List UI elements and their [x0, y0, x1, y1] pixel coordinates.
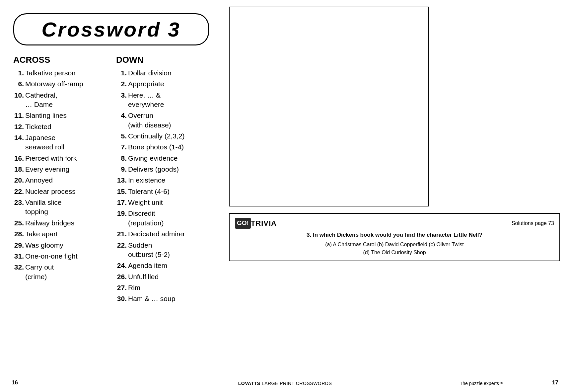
down-label: DOWN	[116, 55, 209, 65]
clue-text: Giving evidence	[128, 154, 209, 163]
clue-item: 4.Overrun(with disease)	[116, 111, 209, 130]
clue-item: 15.Tolerant (4-6)	[116, 187, 209, 196]
clue-text: Ham & … soup	[128, 294, 209, 303]
footer-publication: LARGE PRINT CROSSWORDS	[262, 381, 332, 386]
trivia-go-logo: GO!	[235, 218, 251, 229]
clue-item: 20.Annoyed	[13, 176, 106, 185]
clue-number: 11.	[13, 111, 24, 120]
down-column: DOWN 1.Dollar division2.Appropriate3.Her…	[116, 55, 209, 385]
across-label: ACROSS	[13, 55, 106, 65]
clue-item: 13.In existence	[116, 176, 209, 185]
clue-number: 2.	[116, 79, 127, 89]
page-number-left: 16	[12, 379, 18, 386]
clue-number: 12.	[13, 122, 24, 131]
crossword-title: Crossword 3	[21, 18, 201, 41]
clue-text: Annoyed	[25, 176, 106, 185]
clue-item: 32.Carry out(crime)	[13, 263, 106, 281]
page-number-right: 17	[552, 379, 558, 386]
clue-item: 31.One-on-one fight	[13, 252, 106, 261]
clue-number: 24.	[116, 261, 127, 270]
clue-text: Continually (2,3,2)	[128, 131, 209, 141]
clue-item: 29.Was gloomy	[13, 241, 106, 250]
clue-item: 2.Appropriate	[116, 79, 209, 89]
clue-item: 9.Delivers (goods)	[116, 165, 209, 174]
clue-number: 32.	[13, 263, 24, 281]
clue-number: 5.	[116, 131, 127, 141]
clue-number: 18.	[13, 165, 24, 174]
clue-number: 14.	[13, 133, 24, 152]
clue-number: 15.	[116, 187, 127, 196]
right-page: GO! TRIVIA Solutions page 73 3. In which…	[219, 0, 570, 392]
clue-number: 3.	[116, 91, 127, 110]
clue-number: 10.	[13, 91, 24, 110]
clue-number: 1.	[13, 68, 24, 78]
clue-item: 18.Every evening	[13, 165, 106, 174]
clue-text: Ticketed	[25, 122, 106, 131]
left-page: Crossword 3 ACROSS 1.Talkative person6.M…	[0, 0, 219, 392]
clue-text: Appropriate	[128, 79, 209, 89]
clue-item: 24.Agenda item	[116, 261, 209, 270]
clue-number: 8.	[116, 154, 127, 163]
clue-item: 30.Ham & … soup	[116, 294, 209, 303]
clue-number: 17.	[116, 198, 127, 207]
clue-number: 28.	[13, 229, 24, 239]
clue-text: Weight unit	[128, 198, 209, 207]
title-box: Crossword 3	[13, 13, 209, 45]
clue-number: 31.	[13, 252, 24, 261]
clue-number: 25.	[13, 218, 24, 228]
clue-number: 29.	[13, 241, 24, 250]
clue-number: 22.	[13, 187, 24, 196]
clue-text: One-on-one fight	[25, 252, 106, 261]
clue-item: 25.Railway bridges	[13, 218, 106, 228]
clue-text: Delivers (goods)	[128, 165, 209, 174]
clue-number: 4.	[116, 111, 127, 130]
clue-text: Overrun(with disease)	[128, 111, 209, 130]
clue-item: 19.Discredit(reputation)	[116, 209, 209, 228]
down-clues: 1.Dollar division2.Appropriate3.Here, … …	[116, 68, 209, 304]
trivia-solutions: Solutions page 73	[512, 219, 554, 227]
clue-text: Pierced with fork	[25, 154, 106, 163]
clue-text: In existence	[128, 176, 209, 185]
clue-text: Tolerant (4-6)	[128, 187, 209, 196]
grid-wrapper	[229, 7, 560, 206]
clue-text: Slanting lines	[25, 111, 106, 120]
clue-number: 19.	[116, 209, 127, 228]
clue-item: 11.Slanting lines	[13, 111, 106, 120]
clue-item: 6.Motorway off-ramp	[13, 79, 106, 89]
clue-text: Here, … &everywhere	[128, 91, 209, 110]
trivia-logo: GO! TRIVIA	[235, 218, 277, 229]
across-column: ACROSS 1.Talkative person6.Motorway off-…	[13, 55, 106, 385]
clue-item: 27.Rim	[116, 283, 209, 292]
clue-number: 23.	[13, 198, 24, 217]
clue-text: Carry out(crime)	[25, 263, 106, 281]
trivia-title-text: TRIVIA	[251, 218, 277, 229]
clue-text: Railway bridges	[25, 218, 106, 228]
clue-number: 7.	[116, 142, 127, 152]
clue-item: 28.Take apart	[13, 229, 106, 239]
trivia-box: GO! TRIVIA Solutions page 73 3. In which…	[229, 213, 560, 261]
crossword-grid	[229, 7, 429, 206]
clue-text: Japaneseseaweed roll	[25, 133, 106, 152]
trivia-header: GO! TRIVIA Solutions page 73	[235, 218, 554, 229]
clue-number: 22.	[116, 241, 127, 260]
clue-number: 6.	[13, 79, 24, 89]
clue-number: 1.	[116, 68, 127, 78]
clue-text: Nuclear process	[25, 187, 106, 196]
clue-text: Unfulfilled	[128, 272, 209, 281]
clue-text: Every evening	[25, 165, 106, 174]
clue-item: 12.Ticketed	[13, 122, 106, 131]
footer-brand: LOVATTS	[238, 381, 260, 386]
clue-text: Dollar division	[128, 68, 209, 78]
clue-item: 8.Giving evidence	[116, 154, 209, 163]
clue-number: 9.	[116, 165, 127, 174]
clue-item: 5.Continually (2,3,2)	[116, 131, 209, 141]
trivia-answers: (a) A Christmas Carol (b) David Copperfi…	[235, 241, 554, 257]
clue-text: Was gloomy	[25, 241, 106, 250]
clue-item: 16.Pierced with fork	[13, 154, 106, 163]
clue-text: Talkative person	[25, 68, 106, 78]
clue-item: 17.Weight unit	[116, 198, 209, 207]
clue-text: Suddenoutburst (5-2)	[128, 241, 209, 260]
clue-number: 13.	[116, 176, 127, 185]
clue-item: 10.Cathedral,… Dame	[13, 91, 106, 110]
clue-text: Motorway off-ramp	[25, 79, 106, 89]
